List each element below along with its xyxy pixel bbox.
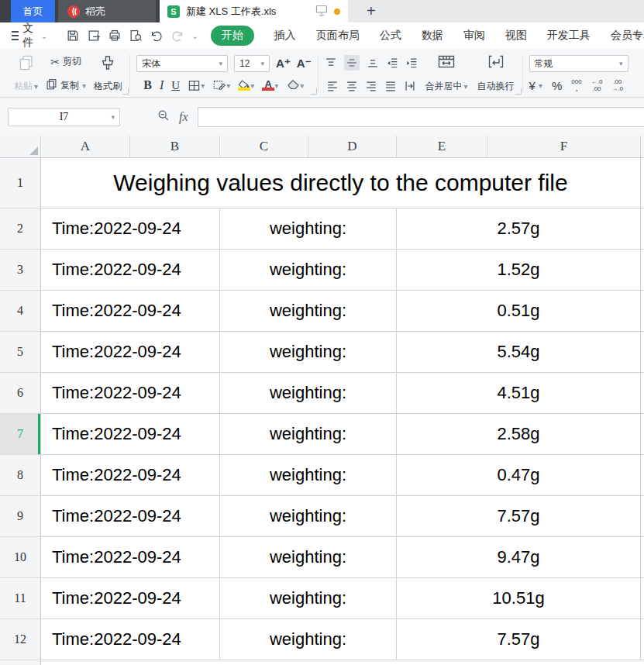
copy-button[interactable]: 复制 ▾ (46, 78, 86, 92)
align-middle-icon[interactable] (344, 55, 360, 71)
justify-icon[interactable] (384, 80, 397, 92)
tab-home[interactable]: 首页 (11, 0, 55, 22)
row-header-4[interactable]: 4 (0, 291, 41, 332)
tab-docer[interactable]: 稻壳 (58, 0, 156, 22)
quick-access-more-icon[interactable]: ⌄ (191, 32, 198, 40)
clear-format-button[interactable]: ▾ (286, 79, 304, 91)
row-header-9[interactable]: 9 (0, 496, 41, 537)
row-header-8[interactable]: 8 (0, 455, 41, 496)
cell-weighting-label[interactable]: weighting: (220, 414, 397, 455)
cell-weighting-label[interactable]: weighting: (220, 250, 397, 291)
tab-formulas[interactable]: 公式 (380, 29, 401, 43)
comma-style-button[interactable]: 000 , (571, 78, 581, 92)
cell-weight-value[interactable]: 1.52g (397, 250, 641, 291)
row-header-6[interactable]: 6 (0, 373, 41, 414)
borders-button[interactable]: ▾ (188, 79, 205, 92)
cut-button[interactable]: ✂ 剪切 (50, 55, 81, 68)
undo-icon[interactable] (150, 29, 164, 43)
align-center-icon[interactable] (346, 80, 358, 92)
wrap-text-button[interactable]: 自动换行 (476, 53, 516, 95)
cell-weighting-label[interactable]: weighting: (220, 537, 397, 578)
cell-time[interactable]: Time:2022-09-24 (41, 332, 220, 373)
align-bottom-icon[interactable] (367, 57, 379, 69)
increase-indent-icon[interactable] (405, 57, 418, 69)
cell-time[interactable]: Time:2022-09-24 (41, 208, 220, 250)
text-orientation-icon[interactable] (404, 80, 416, 92)
tab-insert[interactable]: 插入 (274, 29, 296, 43)
cell-weight-value[interactable]: 0.47g (397, 455, 641, 496)
draw-border-button[interactable]: ▾ (212, 78, 230, 92)
row-header-3[interactable]: 3 (0, 250, 41, 291)
currency-button[interactable]: ¥ ▾ (529, 79, 542, 92)
format-painter-button[interactable]: 格式刷 (92, 53, 123, 95)
align-right-icon[interactable] (365, 80, 377, 92)
cell-weight-value[interactable]: 2.58g (397, 414, 641, 455)
decrease-decimal-button[interactable]: .00 →.0 (611, 78, 623, 92)
cell-weight-value[interactable]: 5.54g (397, 332, 641, 373)
column-header-a[interactable]: A (41, 136, 130, 158)
cell-weighting-label[interactable]: weighting: (220, 455, 397, 496)
save-as-icon[interactable] (87, 29, 101, 43)
underline-button[interactable]: U (171, 79, 180, 92)
decrease-indent-icon[interactable] (386, 57, 398, 69)
font-size-select[interactable]: 12 ▾ (234, 55, 270, 72)
percent-button[interactable]: % (552, 79, 562, 92)
sync-monitor-icon[interactable] (315, 4, 328, 19)
cell-time[interactable]: Time:2022-09-24 (41, 455, 220, 496)
tab-page-layout[interactable]: 页面布局 (316, 29, 360, 43)
cell-weight-value[interactable]: 4.51g (397, 373, 641, 414)
tab-review[interactable]: 审阅 (463, 29, 485, 43)
cell-weighting-label[interactable]: weighting: (220, 208, 397, 250)
cell-weight-value[interactable]: 0.51g (397, 291, 641, 332)
cell-time[interactable]: Time:2022-09-24 (41, 537, 220, 578)
row-header-7-active[interactable]: 7 (0, 414, 41, 455)
cell-weighting-label[interactable]: weighting: (220, 496, 397, 537)
row-header-10[interactable]: 10 (0, 537, 41, 578)
tab-data[interactable]: 数据 (422, 29, 443, 43)
paste-button[interactable]: 粘贴▾ (12, 53, 40, 95)
cell-time[interactable]: Time:2022-09-24 (41, 578, 220, 619)
cell-title-merged[interactable]: Weighing values directly to the computer… (41, 158, 641, 208)
merge-center-button[interactable]: 合并居中▾ (424, 53, 470, 95)
insert-function-button[interactable]: fx (179, 110, 188, 124)
tab-developer[interactable]: 开发工具 (547, 29, 591, 43)
select-all-corner[interactable] (0, 136, 41, 158)
bold-button[interactable]: B (143, 78, 152, 92)
column-header-c[interactable]: C (220, 136, 308, 158)
row-header-12[interactable]: 12 (0, 619, 41, 660)
increase-decimal-button[interactable]: ←.0 .00 (591, 78, 603, 92)
formula-input[interactable] (198, 107, 644, 127)
print-preview-icon[interactable] (129, 29, 143, 43)
save-icon[interactable] (66, 29, 80, 43)
fill-color-button[interactable]: ▾ (238, 80, 254, 91)
cell-weighting-label[interactable]: weighting: (220, 619, 397, 660)
tab-document-active[interactable]: S 新建 XLS 工作表.xls (160, 0, 348, 22)
column-header-e[interactable]: E (397, 136, 487, 158)
cell-weight-value[interactable]: 10.51g (397, 578, 641, 619)
print-icon[interactable] (108, 29, 122, 43)
grow-font-button[interactable]: A⁺ (276, 57, 291, 71)
align-top-icon[interactable] (325, 57, 337, 69)
cell-weighting-label[interactable]: weighting: (220, 578, 397, 619)
cell-weighting-label[interactable]: weighting: (220, 291, 397, 332)
tab-member[interactable]: 会员专享 (611, 29, 644, 43)
row-header-1[interactable]: 1 (0, 158, 41, 208)
cell-weight-value[interactable]: 9.47g (397, 537, 641, 578)
cell-time[interactable]: Time:2022-09-24 (41, 250, 220, 291)
redo-icon[interactable] (170, 29, 184, 43)
cell-weighting-label[interactable]: weighting: (220, 332, 397, 373)
column-header-b[interactable]: B (130, 136, 220, 158)
cell-weight-value[interactable]: 7.57g (397, 496, 641, 537)
number-format-select[interactable]: 常规 ▾ (529, 55, 629, 72)
tab-view[interactable]: 视图 (505, 29, 527, 43)
cell-weight-value[interactable]: 2.57g (397, 208, 641, 250)
column-header-f[interactable]: F (487, 136, 641, 158)
italic-button[interactable]: I (160, 78, 164, 92)
cell-time[interactable]: Time:2022-09-24 (41, 291, 220, 332)
cell-time[interactable]: Time:2022-09-24 (41, 496, 220, 537)
shrink-font-button[interactable]: A⁻ (297, 57, 312, 71)
new-tab-button[interactable]: + (348, 0, 394, 22)
row-header-2[interactable]: 2 (0, 208, 41, 250)
font-name-select[interactable]: 宋体 ▾ (136, 55, 228, 72)
cell-time[interactable]: Time:2022-09-24 (41, 619, 220, 660)
